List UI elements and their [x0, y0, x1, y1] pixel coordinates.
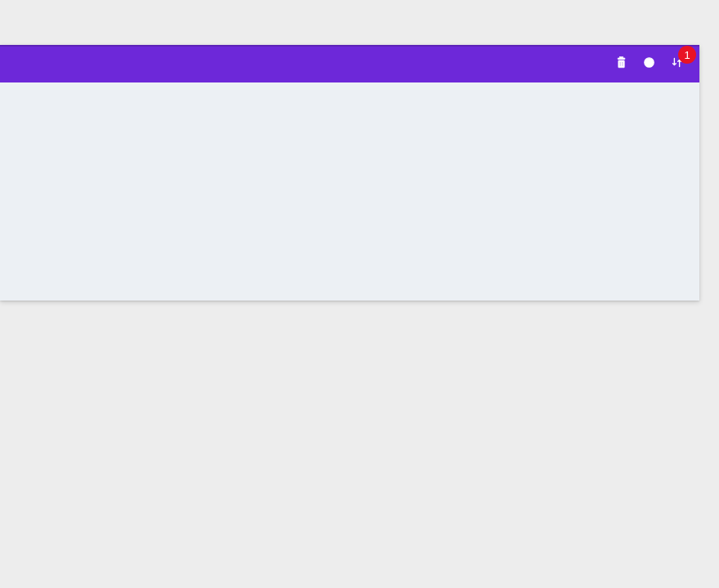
svg-rect-4 — [622, 61, 623, 65]
svg-rect-1 — [619, 56, 623, 57]
notification-badge: 1 — [678, 46, 696, 64]
svg-rect-2 — [618, 60, 624, 68]
svg-rect-3 — [619, 61, 620, 65]
delete-button[interactable] — [614, 57, 627, 70]
history-button[interactable] — [642, 57, 655, 70]
panel-card: 1 — [0, 45, 699, 301]
sort-button[interactable]: 1 — [670, 57, 683, 70]
clock-icon — [643, 56, 655, 72]
panel-body — [0, 82, 699, 301]
toolbar: 1 — [0, 45, 699, 82]
trash-icon — [615, 56, 627, 72]
